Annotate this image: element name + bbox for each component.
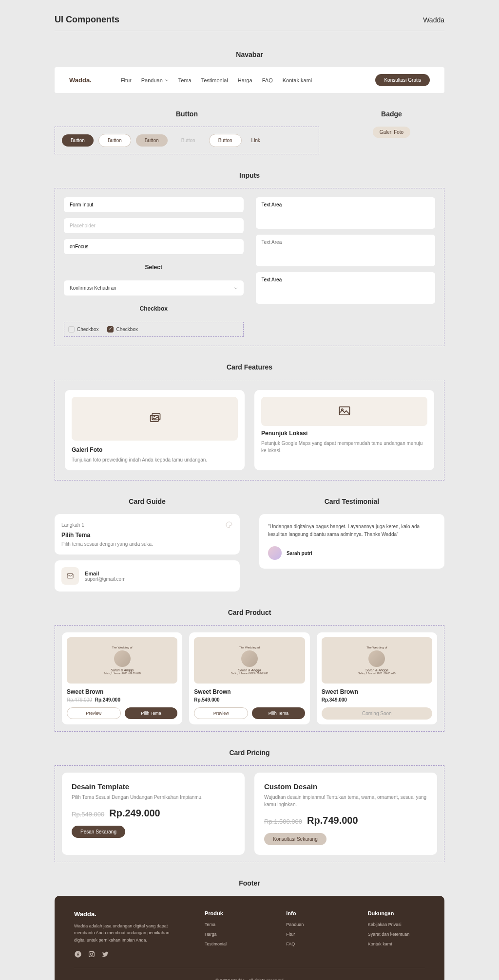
section-product-title: Card Product — [55, 609, 444, 616]
pricing-new: Rp.749.000 — [307, 815, 358, 826]
product-card-3: The Wedding of Sarah & Angga Sabtu, 1 Ja… — [317, 632, 437, 724]
svg-rect-5 — [67, 573, 73, 578]
feature-desc: Tunjukan foto prewedding indah Anda kepa… — [72, 456, 238, 463]
section-inputs-title: Inputs — [55, 171, 444, 179]
choose-button[interactable]: Pilih Tema — [252, 707, 305, 719]
contact-label: Email — [85, 571, 126, 576]
guide-desc: Pilih tema sesuai dengan yang anda suka. — [61, 540, 233, 548]
textarea-1[interactable]: Text Area — [256, 197, 436, 229]
select-dropdown[interactable]: Konfirmasi Kehadiran — [64, 280, 244, 296]
price-old: Rp.479.000 — [67, 697, 92, 703]
nav-link-kontak[interactable]: Kontak kami — [283, 77, 312, 83]
footer-link[interactable]: Panduan — [286, 922, 343, 927]
placeholder-input[interactable] — [64, 218, 244, 233]
price-new: Rp.249.000 — [95, 697, 120, 703]
choose-button[interactable]: Pilih Tema — [125, 707, 178, 719]
product-card-2: The Wedding of Sarah & Angga Sabtu, 1 Ja… — [189, 632, 309, 724]
page-header: UI Components Wadda — [55, 15, 444, 31]
checkbox-unchecked[interactable]: Checkbox — [68, 326, 98, 333]
section-button-title: Button — [55, 110, 319, 118]
product-title: Sweet Brown — [67, 688, 177, 695]
twitter-icon[interactable] — [101, 950, 109, 958]
footer-link[interactable]: Kebijakan Privasi — [368, 922, 425, 927]
button-tertiary[interactable]: Button — [136, 134, 168, 147]
features-showcase: Galeri Foto Tunjukan foto prewedding ind… — [55, 380, 444, 481]
guide-step: Langkah 1 — [61, 522, 84, 528]
button-link[interactable]: Link — [247, 134, 265, 147]
product-card-1: The Wedding of Sarah & Angga Sabtu, 1 Ja… — [62, 632, 182, 724]
button-primary[interactable]: Button — [62, 134, 94, 147]
select-title: Select — [64, 264, 244, 271]
product-title: Sweet Brown — [194, 688, 305, 695]
feature-title: Penunjuk Lokasi — [261, 430, 427, 437]
footer: Wadda. Wadda adalah jasa undangan digita… — [55, 896, 444, 980]
footer-col-title: Info — [286, 910, 343, 916]
feature-title: Galeri Foto — [72, 446, 238, 453]
image-icon — [338, 405, 351, 418]
footer-link[interactable]: Fitur — [286, 932, 343, 937]
preview-button[interactable]: Preview — [67, 707, 121, 719]
palette-icon — [225, 521, 233, 529]
product-image: The Wedding of Sarah & Angga Sabtu, 1 Ja… — [322, 637, 432, 684]
pricing-showcase: Desain Template Pilih Tema Sesuai Dengan… — [55, 765, 444, 862]
svg-rect-3 — [339, 407, 349, 415]
author-name: Sarah putri — [287, 551, 312, 556]
chevron-down-icon — [165, 78, 169, 82]
order-button[interactable]: Pesan Sekarang — [72, 826, 125, 838]
feature-desc: Petunjuk Google Maps yang dapat mempermu… — [261, 440, 427, 454]
footer-link[interactable]: Testimonial — [205, 942, 262, 946]
product-image: The Wedding of Sarah & Angga Sabtu, 1 Ja… — [67, 637, 177, 684]
price-new: Rp.549.000 — [194, 697, 219, 703]
footer-link[interactable]: Tema — [205, 922, 262, 927]
nav-link-fitur[interactable]: Fitur — [121, 77, 132, 83]
feature-card-gallery: Galeri Foto Tunjukan foto prewedding ind… — [65, 390, 245, 470]
nav-link-faq[interactable]: FAQ — [262, 77, 273, 83]
footer-link[interactable]: FAQ — [286, 942, 343, 946]
textarea-2[interactable] — [256, 235, 436, 266]
button-secondary[interactable]: Button — [98, 134, 131, 147]
section-features-title: Card Features — [55, 363, 444, 371]
focus-input[interactable] — [64, 239, 244, 254]
price-new: Rp.349.000 — [322, 697, 347, 703]
footer-logo: Wadda. — [74, 910, 180, 918]
guide-title: Pilih Tema — [61, 532, 233, 538]
pricing-title: Desain Template — [72, 782, 235, 791]
svg-point-2 — [154, 415, 154, 416]
footer-link[interactable]: Kontak kami — [368, 942, 425, 946]
checkbox-checked[interactable]: Checkbox — [107, 326, 137, 333]
nav-cta-button[interactable]: Konsultasi Gratis — [375, 74, 430, 86]
pricing-card-custom: Custom Desain Wujudkan desain impianmu! … — [254, 773, 437, 855]
nav-link-tema[interactable]: Tema — [178, 77, 192, 83]
pricing-title: Custom Desain — [264, 782, 427, 791]
pricing-desc: Pilih Tema Sesuai Dengan Undangan Pernik… — [72, 794, 235, 801]
preview-button[interactable]: Preview — [194, 707, 248, 719]
testimonial-text: "Undangan digitalnya bagus banget. Layan… — [268, 523, 436, 538]
chevron-down-icon — [234, 286, 238, 290]
instagram-icon[interactable] — [88, 950, 96, 958]
coming-soon-button: Coming Soon — [322, 707, 432, 720]
nav-link-panduan[interactable]: Panduan — [141, 77, 169, 83]
nav-link-harga[interactable]: Harga — [238, 77, 252, 83]
button-ghost[interactable]: Button — [173, 134, 204, 147]
product-title: Sweet Brown — [322, 688, 432, 695]
mail-icon — [66, 572, 74, 580]
footer-link[interactable]: Syarat dan ketentuan — [368, 932, 425, 937]
gallery-icon — [148, 412, 162, 425]
inputs-showcase: Select Konfirmasi Kehadiran Checkbox Che… — [55, 188, 444, 346]
contact-card: Email suport@gmail.com — [55, 560, 240, 592]
section-guide-title: Card Guide — [55, 498, 240, 505]
facebook-icon[interactable] — [74, 950, 82, 958]
navbar: Wadda. Fitur Panduan Tema Testimonial Ha… — [55, 67, 444, 93]
section-navbar-title: Navabar — [55, 51, 444, 58]
pricing-old: Rp.549.000 — [72, 811, 104, 818]
nav-logo[interactable]: Wadda. — [69, 76, 92, 84]
consult-button[interactable]: Konsultasi Sekarang — [264, 833, 326, 845]
button-outline[interactable]: Button — [209, 134, 242, 147]
textarea-3[interactable]: Text Area — [256, 272, 436, 304]
footer-link[interactable]: Harga — [205, 932, 262, 937]
footer-col-title: Produk — [205, 910, 262, 916]
contact-value: suport@gmail.com — [85, 576, 126, 582]
product-image: The Wedding of Sarah & Angga Sabtu, 1 Ja… — [194, 637, 305, 684]
nav-link-testimonial[interactable]: Testimonial — [201, 77, 228, 83]
form-input[interactable] — [64, 197, 244, 212]
